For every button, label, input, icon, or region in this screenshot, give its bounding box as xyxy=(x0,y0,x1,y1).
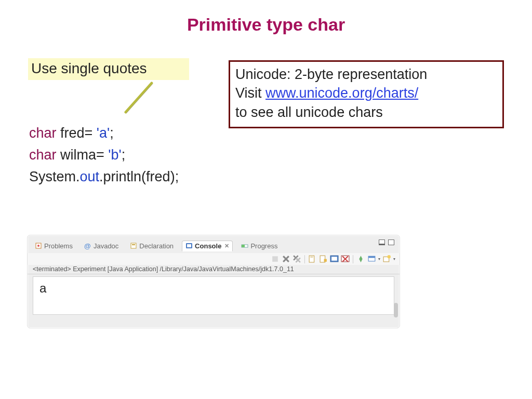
svg-rect-11 xyxy=(309,256,314,262)
svg-point-21 xyxy=(388,255,391,258)
svg-rect-9 xyxy=(242,245,245,247)
remove-launch-icon[interactable] xyxy=(282,255,290,263)
javadoc-icon: @ xyxy=(84,242,91,249)
eclipse-tabs: Problems @ Javadoc Declaration Console ✕… xyxy=(28,238,400,253)
info-line-1: Unicode: 2-byte representation xyxy=(235,65,497,84)
pin-console-icon[interactable] xyxy=(356,255,365,263)
char-literal-a: 'a' xyxy=(97,125,110,141)
tab-javadoc[interactable]: @ Javadoc xyxy=(81,241,122,251)
console-output: a xyxy=(33,276,394,315)
tab-console[interactable]: Console ✕ xyxy=(182,241,233,251)
tab-progress[interactable]: Progress xyxy=(238,241,281,251)
svg-rect-16 xyxy=(331,257,337,260)
highlight-note: Use single quotes xyxy=(28,58,189,80)
svg-rect-5 xyxy=(132,244,135,245)
dropdown-arrow-icon[interactable]: ▾ xyxy=(378,257,380,261)
console-icon xyxy=(185,242,193,249)
svg-rect-10 xyxy=(272,256,278,262)
dropdown-arrow-icon[interactable]: ▾ xyxy=(393,257,395,261)
declaration-icon xyxy=(130,242,137,249)
svg-rect-12 xyxy=(310,257,313,257)
console-status: <terminated> Experiment [Java Applicatio… xyxy=(28,265,400,274)
slide-title: Primitive type char xyxy=(0,15,532,35)
panel-window-controls xyxy=(379,240,394,245)
svg-rect-4 xyxy=(131,243,136,248)
unicode-info-box: Unicode: 2-byte representation Visit www… xyxy=(229,60,504,128)
scroll-lock-icon[interactable] xyxy=(319,255,328,263)
svg-point-3 xyxy=(37,245,39,247)
field-out: out xyxy=(80,169,100,184)
info-line-3: to see all unicode chars xyxy=(235,103,497,122)
char-literal-b: 'b' xyxy=(108,147,121,163)
svg-line-1 xyxy=(126,84,152,113)
eclipse-console-panel: Problems @ Javadoc Declaration Console ✕… xyxy=(27,235,400,328)
new-console-icon[interactable] xyxy=(382,255,391,263)
code-line-2: char wilma= 'b'; xyxy=(29,144,179,166)
code-sample: char fred= 'a'; char wilma= 'b'; System.… xyxy=(29,123,179,188)
problems-icon xyxy=(35,242,42,249)
keyword-char: char xyxy=(29,147,57,163)
console-toolbar: ▾ ▾ xyxy=(28,253,400,265)
tab-declaration[interactable]: Declaration xyxy=(127,241,177,251)
pointer-arrow xyxy=(122,81,158,117)
code-line-3: System.out.println(fred); xyxy=(29,166,179,188)
svg-rect-7 xyxy=(187,244,191,247)
scrollbar-thumb[interactable] xyxy=(394,303,398,317)
remove-all-icon[interactable] xyxy=(292,255,301,263)
clear-console-icon[interactable] xyxy=(308,255,317,263)
maximize-icon[interactable] xyxy=(388,240,394,245)
code-line-1: char fred= 'a'; xyxy=(29,123,179,144)
svg-rect-19 xyxy=(368,256,375,258)
keyword-char: char xyxy=(29,125,57,141)
unicode-link[interactable]: www.unicode.org/charts/ xyxy=(265,85,418,101)
close-tab-icon[interactable]: ✕ xyxy=(224,243,229,249)
toolbar-separator xyxy=(304,255,305,263)
minimize-icon[interactable] xyxy=(379,240,385,245)
open-console-icon[interactable] xyxy=(341,255,350,263)
info-line-2: Visit www.unicode.org/charts/ xyxy=(235,84,497,102)
svg-rect-14 xyxy=(324,259,327,262)
terminate-icon[interactable] xyxy=(271,255,280,263)
tab-problems[interactable]: Problems xyxy=(32,241,76,251)
display-console-icon[interactable] xyxy=(367,255,376,263)
progress-icon xyxy=(241,242,248,249)
display-selected-icon[interactable] xyxy=(330,255,339,263)
toolbar-separator xyxy=(353,255,353,263)
svg-line-0 xyxy=(126,83,152,112)
